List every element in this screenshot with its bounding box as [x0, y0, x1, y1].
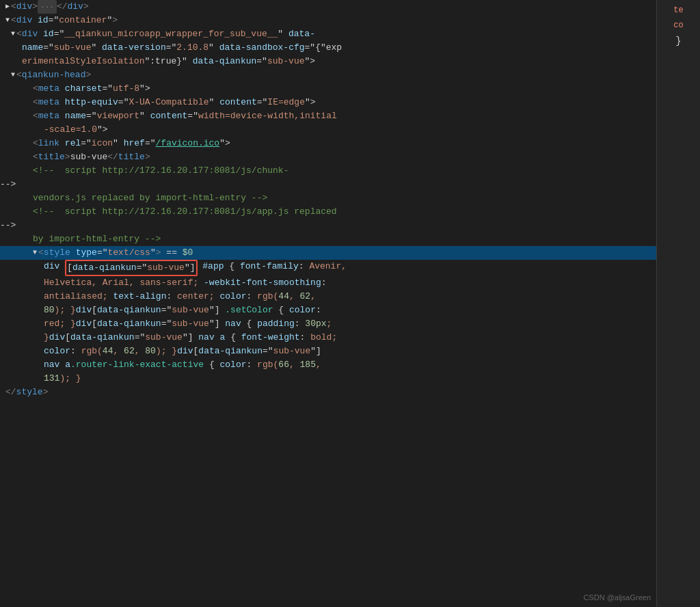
code-line: <meta http-equiv="X-UA-Compatible" conte… — [0, 96, 656, 109]
code-line: vendors.js replaced by import-html-entry… — [0, 191, 656, 205]
code-line[interactable]: <div> ··· </div> — [0, 0, 656, 14]
code-line[interactable]: <qiankun-head> — [0, 68, 656, 82]
expand-icon[interactable] — [11, 68, 15, 82]
attr-qiankun: data-qiankun — [193, 55, 257, 68]
code-line: antialiased; text-align: center; color: … — [0, 290, 656, 304]
code-line-selected[interactable]: <style type="text/css" > == $0 — [0, 246, 656, 260]
tag-bracket-close: > — [112, 14, 118, 27]
attr-name: name — [22, 41, 43, 55]
code-line: 80); }div[data-qiankun="sub-vue"] .setCo… — [0, 304, 656, 317]
code-line: <title>sub-vue</title> — [0, 150, 656, 164]
code-line: div [data-qiankun="sub-vue"] #app { font… — [0, 260, 656, 276]
code-panel: <div> ··· </div> <div id="container" > <… — [0, 0, 656, 607]
code-line[interactable]: <div id="__qiankun_microapp_wrapper_for_… — [0, 27, 656, 41]
code-line: by import-html-entry --> — [0, 232, 656, 246]
tag-name: div — [67, 0, 83, 14]
attr-name: id — [38, 14, 49, 27]
equals: =" — [49, 14, 59, 27]
code-line: red; }div[data-qiankun="sub-vue"] nav { … — [0, 317, 656, 331]
tag-name: div — [16, 14, 32, 27]
code-line: Helvetica, Arial, sans-serif; -webkit-fo… — [0, 276, 656, 290]
tag-close: > — [83, 0, 89, 14]
code-line: erimentalStyleIsolation":true}" data-qia… — [0, 55, 656, 68]
attr-sandbox: data-sandbox-cfg — [219, 41, 305, 55]
code-line: 131); } — [0, 372, 656, 386]
code-line: </style> — [0, 386, 656, 399]
code-line[interactable]: <div id="container" > — [0, 14, 656, 27]
attr-val-experimental: erimentalStyleIsolation — [22, 55, 144, 68]
highlighted-selector: [data-qiankun="sub-vue"] — [65, 260, 197, 276]
attr-id: id — [43, 27, 54, 41]
attr-val-id: __qiankun_microapp_wrapper_for_sub_vue__ — [64, 27, 278, 41]
tag-name: div — [22, 27, 38, 41]
side-panel: te co } — [656, 0, 700, 607]
tag-bracket: < — [16, 27, 22, 41]
attr-val-qiankun: sub-vue — [267, 55, 305, 68]
code-line: color: rgb(44, 62, 80); }div[data-qianku… — [0, 345, 656, 358]
code-line: -scale=1.0"> — [0, 123, 656, 137]
tag-open: < — [11, 0, 16, 14]
favicon-link[interactable]: /favicon.ico — [156, 137, 220, 150]
quote-close: " — [107, 14, 112, 27]
tag-open: </ — [57, 0, 68, 14]
side-panel-bottom-text: co — [672, 18, 684, 33]
code-line: name="sub-vue" data-version="2.10.8" dat… — [0, 41, 656, 55]
code-line: }div[data-qiankun="sub-vue"] nav a { fon… — [0, 331, 656, 345]
watermark: CSDN @aljsaGreen — [583, 593, 651, 602]
tag-bracket-close: > — [85, 68, 91, 82]
code-view: <div> ··· </div> <div id="container" > <… — [0, 0, 656, 399]
attr-val: sub-vue — [54, 41, 92, 55]
code-line: nav a.router-link-exact-active { color: … — [0, 358, 656, 372]
attr-val-version: 2.10.8 — [176, 41, 208, 55]
code-line: <link rel="icon" href="/favicon.ico"> — [0, 137, 656, 150]
expand-icon[interactable] — [33, 246, 37, 260]
tag-name: div — [16, 0, 32, 14]
code-line: <!-- script http://172.16.20.177:8081/js… — [0, 205, 656, 219]
code-line: <meta name="viewport" content="width=dev… — [0, 109, 656, 123]
attr-value: container — [59, 14, 107, 27]
tag-name-qiankun: qiankun-head — [22, 68, 86, 82]
tag-bracket: < — [11, 14, 16, 27]
ellipsis[interactable]: ··· — [38, 0, 57, 14]
tag-close: > — [32, 0, 38, 14]
collapse-icon[interactable] — [5, 0, 10, 14]
code-line: <!-- script http://172.16.20.177:8081/js… — [0, 164, 656, 178]
side-brace: } — [673, 33, 684, 49]
expand-icon[interactable] — [5, 14, 10, 27]
code-line: <meta charset="utf-8"> — [0, 82, 656, 96]
attr-version: data-version — [102, 41, 166, 55]
expand-icon[interactable] — [11, 27, 15, 41]
tag-bracket: < — [16, 68, 22, 82]
attr-data: data- — [288, 27, 315, 41]
side-panel-top-text: te — [672, 3, 684, 18]
